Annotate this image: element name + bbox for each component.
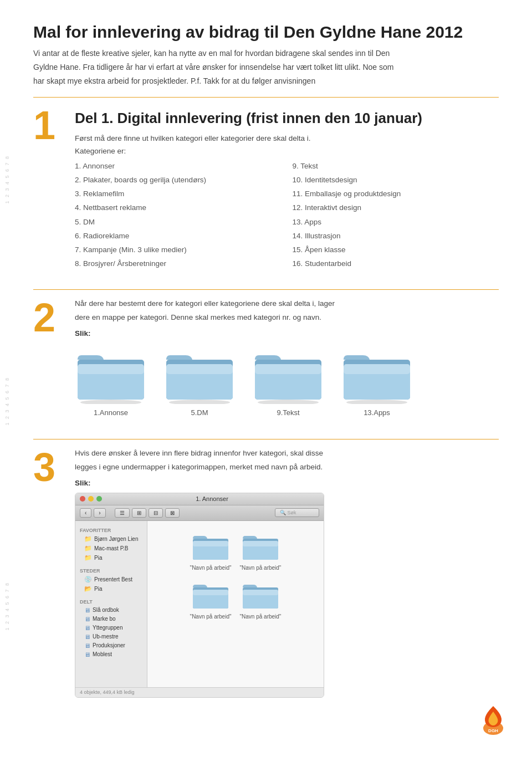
sidebar-item-5: 📂 Pia xyxy=(75,584,147,594)
toolbar-forward[interactable]: › xyxy=(94,508,105,518)
section-2-intro1: Når dere har bestemt dere for kategori e… xyxy=(75,298,499,310)
folder-label: 9.Tekst xyxy=(277,408,299,417)
toolbar-view1[interactable]: ☰ xyxy=(115,508,130,518)
svg-point-12 xyxy=(346,400,407,404)
category-item: 15. Åpen klasse xyxy=(293,244,499,255)
category-item: 12. Interaktivt design xyxy=(293,202,499,213)
slik-label-3: Slik: xyxy=(75,479,499,487)
category-item: 6. Radioreklame xyxy=(75,231,282,242)
category-item: 8. Brosjyrer/ Årsberetninger xyxy=(75,258,282,269)
category-item: 5. DM xyxy=(75,217,282,228)
category-item: 3. Reklamefilm xyxy=(75,188,282,200)
slik-label-2: Slik: xyxy=(75,329,499,338)
sidebar-item-6: 🖥 Slå ordbok xyxy=(75,606,147,615)
section-3-intro2: legges i egne undermapper i kategorimapp… xyxy=(75,461,499,473)
section-3-content: Hvis dere ønsker å levere inn flere bidr… xyxy=(75,447,499,698)
toolbar-search[interactable]: 🔍 Søk xyxy=(275,508,319,517)
sidebar-item-7: 🖥 Marke bo xyxy=(75,615,147,623)
categories-col-1: 1. Annonser2. Plakater, boards og gerilj… xyxy=(75,161,282,273)
section-1: 1 Del 1. Digital innlevering (frist inne… xyxy=(33,105,499,273)
side-numbers-1: 1 2 3 4 5 6 7 8 xyxy=(4,155,10,204)
mockup-folder-item: "Navn på arbeid" xyxy=(240,581,282,620)
sidebar-favorites-header: FAVORITTER xyxy=(75,525,147,534)
folder-label: 5.DM xyxy=(191,408,208,417)
svg-rect-11 xyxy=(255,364,321,374)
svg-rect-3 xyxy=(78,364,144,374)
toolbar-view2[interactable]: ⊞ xyxy=(132,508,146,518)
maximize-btn xyxy=(96,496,102,502)
toolbar-view3[interactable]: ⊟ xyxy=(149,508,163,518)
folder-item: 9.Tekst xyxy=(252,349,324,417)
mockup-titlebar: 1. Annonser xyxy=(75,493,324,505)
mockup-window-title: 1. Annonser xyxy=(105,495,319,502)
section-2-number: 2 xyxy=(33,298,64,338)
category-item: 2. Plakater, boards og gerilja (utendørs… xyxy=(75,175,282,186)
mockup-sidebar: FAVORITTER 📁 Bjørn Jørgen Lien 📁 Mac-mas… xyxy=(75,521,147,687)
mockup-folder-item: "Navn på arbeid" xyxy=(190,532,232,571)
subtitle-3: har skapt mye ekstra arbeid for prosjekt… xyxy=(33,75,499,87)
category-item: 14. Illustrasjon xyxy=(293,231,499,242)
close-btn xyxy=(80,496,85,502)
section-3-number: 3 xyxy=(33,447,64,487)
category-item: 9. Tekst xyxy=(293,161,499,172)
sidebar-item-2: 📁 Mac-mast P.B xyxy=(75,544,147,553)
folder-item: 5.DM xyxy=(163,349,236,417)
section-3: 3 Hvis dere ønsker å levere inn flere bi… xyxy=(33,447,499,698)
finder-mockup: 1. Annonser ‹ › ☰ ⊞ ⊟ ⊠ 🔍 Søk xyxy=(75,493,324,698)
section-1-intro: Først må dere finne ut hvilken kategori … xyxy=(75,132,499,145)
folder-label: 13.Apps xyxy=(364,408,390,417)
sidebar-places-header: STEDER xyxy=(75,566,147,575)
category-item: 16. Studentarbeid xyxy=(293,258,499,269)
side-numbers-2: 1 2 3 4 5 6 7 8 xyxy=(4,377,10,426)
mockup-folder-label: "Navn på arbeid" xyxy=(240,565,282,571)
section-3-header: 3 Hvis dere ønsker å levere inn flere bi… xyxy=(33,447,499,698)
header-divider xyxy=(33,97,499,98)
mockup-body: FAVORITTER 📁 Bjørn Jørgen Lien 📁 Mac-mas… xyxy=(75,521,324,687)
mockup-folder-label: "Navn på arbeid" xyxy=(190,614,232,620)
categories-col-2: 9. Tekst10. Identitetsdesign11. Emballas… xyxy=(293,161,499,273)
minimize-btn xyxy=(88,496,94,502)
section-1-number: 1 xyxy=(33,105,64,145)
svg-point-4 xyxy=(169,400,230,404)
sidebar-item-11: 🖥 Moblest xyxy=(75,650,147,659)
mockup-folders-bottom: "Navn på arbeid""Navn på arbeid" xyxy=(153,581,318,620)
mockup-folder-label: "Navn på arbeid" xyxy=(240,614,282,620)
section-1-title: Del 1. Digital innlevering (frist innen … xyxy=(75,110,499,127)
category-item: 11. Emballasje og produktdesign xyxy=(293,188,499,200)
section-2-divider xyxy=(33,439,499,439)
svg-rect-7 xyxy=(166,364,233,374)
main-title: Mal for innlevering av bidrag til Den Gy… xyxy=(33,22,499,42)
sidebar-item-10: 🖥 Produksjoner xyxy=(75,641,147,650)
sidebar-item-8: 🖥 Yttegruppen xyxy=(75,623,147,632)
svg-point-8 xyxy=(258,400,319,404)
category-item: 10. Identitetsdesign xyxy=(293,175,499,186)
section-2-intro2: dere en mappe per kategori. Denne skal m… xyxy=(75,311,499,324)
section-2-content: Når dere har bestemt dere for kategori e… xyxy=(75,298,499,422)
mockup-main-area: "Navn på arbeid""Navn på arbeid" "Navn p… xyxy=(147,521,324,687)
toolbar-view4[interactable]: ⊠ xyxy=(165,508,180,518)
subtitle-1: Vi antar at de fleste kreative sjeler, k… xyxy=(33,48,499,59)
sidebar-shared-header: DELT xyxy=(75,597,147,606)
subtitle-2: Gyldne Hane. Fra tidligere år har vi erf… xyxy=(33,62,499,73)
sidebar-item-1: 📁 Bjørn Jørgen Lien xyxy=(75,534,147,544)
mockup-folder-item: "Navn på arbeid" xyxy=(190,581,232,620)
mockup-toolbar: ‹ › ☰ ⊞ ⊟ ⊠ 🔍 Søk xyxy=(75,505,324,521)
header: Mal for innlevering av bidrag til Den Gy… xyxy=(33,22,499,87)
toolbar-back[interactable]: ‹ xyxy=(80,508,91,518)
folder-item: 1.Annonse xyxy=(75,349,147,417)
category-item: 4. Nettbasert reklame xyxy=(75,202,282,213)
svg-rect-21 xyxy=(243,541,278,546)
sidebar-item-9: 🖥 Ub-mestre xyxy=(75,632,147,641)
svg-rect-27 xyxy=(243,590,278,595)
sidebar-item-3: 📁 Pia xyxy=(75,553,147,563)
category-item: 1. Annonser xyxy=(75,161,282,172)
folder-row-2: 1.Annonse5.DM9.Tekst13.Apps xyxy=(75,349,499,417)
brand-logo: DGH xyxy=(477,703,510,737)
svg-point-0 xyxy=(80,400,141,404)
section-2: 2 Når dere har bestemt dere for kategori… xyxy=(33,298,499,422)
mockup-folders-top: "Navn på arbeid""Navn på arbeid" xyxy=(153,532,318,571)
section-1-content: Del 1. Digital innlevering (frist innen … xyxy=(75,105,499,273)
section-3-intro1: Hvis dere ønsker å levere inn flere bidr… xyxy=(75,447,499,459)
svg-rect-18 xyxy=(193,541,228,546)
mockup-statusbar: 4 objekte, 449,4 kB ledig xyxy=(75,687,324,697)
